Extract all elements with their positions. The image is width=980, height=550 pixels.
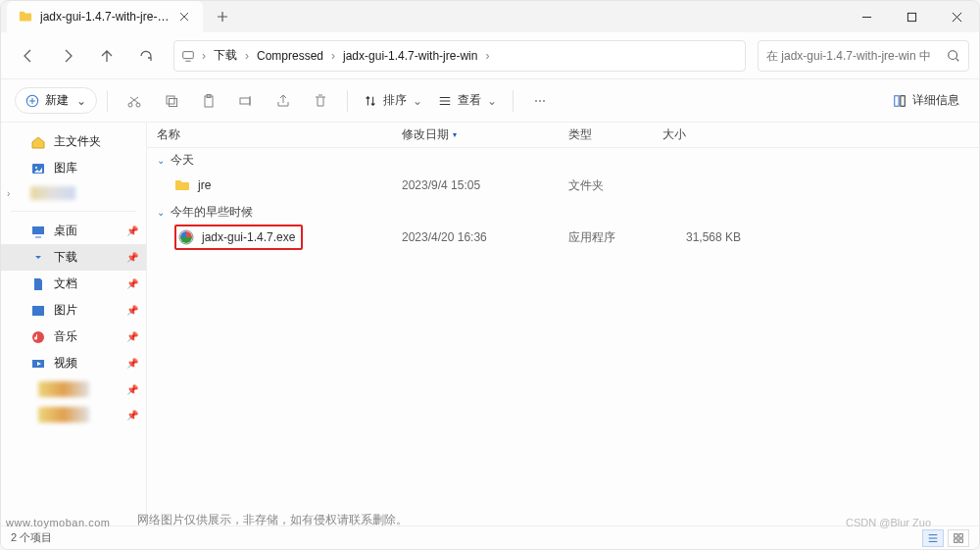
svg-rect-0 (907, 13, 915, 21)
pin-icon: 📌 (126, 384, 138, 395)
sidebar-item-redacted[interactable]: › (1, 181, 146, 205)
item-count: 2 个项目 (11, 530, 52, 545)
column-date[interactable]: 修改日期▾ (392, 126, 559, 143)
highlighted-file: jadx-gui-1.4.7.exe (174, 225, 303, 250)
back-button[interactable] (11, 38, 46, 74)
pin-icon: 📌 (126, 225, 138, 236)
up-button[interactable] (89, 38, 124, 74)
svg-rect-25 (955, 538, 957, 541)
svg-point-17 (35, 167, 37, 169)
pin-icon: 📌 (126, 358, 138, 369)
tab-title: jadx-gui-1.4.7-with-jre-win (40, 10, 170, 24)
more-button[interactable] (523, 84, 557, 118)
folder-icon (174, 177, 190, 193)
svg-point-12 (539, 100, 541, 102)
breadcrumb[interactable]: › 下载 › Compressed › jadx-gui-1.4.7-with-… (173, 40, 746, 72)
sidebar-item-redacted[interactable]: 📌 (1, 402, 146, 427)
breadcrumb-item[interactable]: jadx-gui-1.4.7-with-jre-win (339, 49, 481, 63)
close-window-button[interactable] (934, 1, 979, 32)
pin-icon: 📌 (126, 252, 138, 263)
window-tab[interactable]: jadx-gui-1.4.7-with-jre-win (7, 1, 203, 32)
chevron-down-icon: ⌄ (157, 207, 165, 218)
paste-button[interactable] (192, 84, 225, 118)
chevron-right-icon: › (200, 49, 208, 63)
plus-circle-icon (25, 94, 39, 108)
rename-button[interactable] (229, 84, 263, 118)
column-size[interactable]: 大小 (653, 126, 751, 143)
file-row[interactable]: jadx-gui-1.4.7.exe 2023/4/20 16:36 应用程序 … (147, 223, 979, 252)
svg-rect-24 (959, 533, 962, 536)
documents-icon (30, 276, 46, 292)
group-header-today[interactable]: ⌄ 今天 (147, 148, 979, 171)
refresh-button[interactable] (128, 38, 164, 74)
gallery-icon (30, 161, 46, 176)
window-controls (844, 1, 979, 32)
view-button[interactable]: 查看 ⌄ (432, 88, 503, 113)
svg-rect-18 (32, 226, 44, 234)
chevron-down-icon: ⌄ (76, 94, 86, 108)
sidebar-item-videos[interactable]: 视频 📌 (1, 350, 146, 376)
details-view-toggle[interactable] (922, 529, 944, 547)
close-icon[interactable] (177, 10, 191, 24)
svg-rect-15 (901, 95, 905, 106)
column-type[interactable]: 类型 (559, 126, 653, 143)
sort-button[interactable]: 排序 ⌄ (358, 88, 428, 113)
chevron-down-icon: ⌄ (157, 155, 165, 166)
cut-button[interactable] (118, 84, 151, 118)
column-name[interactable]: 名称 (147, 126, 392, 143)
details-label: 详细信息 (912, 92, 959, 109)
sidebar-item-music[interactable]: 音乐 📌 (1, 324, 146, 350)
pin-icon: 📌 (126, 331, 138, 342)
group-header-earlier[interactable]: ⌄ 今年的早些时候 (147, 200, 979, 223)
svg-point-2 (949, 50, 957, 59)
pictures-icon (30, 303, 46, 319)
chevron-right-icon: › (243, 49, 251, 63)
separator (513, 90, 514, 112)
new-button[interactable]: 新建 ⌄ (15, 87, 97, 114)
view-icon (438, 94, 452, 108)
search-input[interactable] (766, 49, 941, 63)
svg-rect-14 (895, 95, 899, 106)
sort-icon (364, 94, 377, 108)
separator (11, 211, 136, 212)
file-pane: 名称 修改日期▾ 类型 大小 ⌄ 今天 jre 2023/9/4 15:05 文… (146, 123, 979, 525)
icons-view-toggle[interactable] (948, 529, 969, 547)
svg-point-5 (136, 103, 140, 107)
chevron-right-icon: › (329, 49, 337, 63)
file-name: jre (198, 178, 211, 192)
blurred-label (30, 186, 75, 200)
maximize-button[interactable] (889, 1, 934, 32)
titlebar: jadx-gui-1.4.7-with-jre-win (1, 1, 979, 32)
sidebar-item-home[interactable]: 主文件夹 (1, 128, 146, 155)
sidebar-item-pictures[interactable]: 图片 📌 (1, 297, 146, 324)
home-icon (30, 134, 46, 150)
details-pane-button[interactable]: 详细信息 (887, 88, 965, 113)
sidebar-item-redacted[interactable]: 📌 (1, 376, 146, 402)
delete-button[interactable] (304, 84, 337, 118)
sidebar-item-documents[interactable]: 文档 📌 (1, 271, 146, 297)
share-button[interactable] (267, 84, 300, 118)
sidebar-item-desktop[interactable]: 桌面 📌 (1, 218, 146, 244)
new-tab-button[interactable] (209, 3, 236, 30)
svg-rect-19 (32, 306, 44, 316)
svg-point-13 (543, 100, 545, 102)
sidebar-item-gallery[interactable]: 图库 (1, 155, 146, 181)
search-icon (947, 49, 960, 63)
downloads-icon (30, 250, 46, 266)
blurred-label (38, 381, 89, 397)
breadcrumb-item[interactable]: 下载 (210, 47, 241, 64)
file-row[interactable]: jre 2023/9/4 15:05 文件夹 (147, 171, 979, 200)
minimize-button[interactable] (844, 1, 889, 32)
sidebar-item-downloads[interactable]: 下载 📌 (1, 244, 146, 271)
svg-rect-10 (240, 98, 250, 104)
breadcrumb-item[interactable]: Compressed (253, 49, 327, 63)
sort-label: 排序 (383, 92, 407, 109)
search-box[interactable] (758, 40, 969, 72)
blurred-label (38, 407, 89, 423)
forward-button[interactable] (50, 38, 85, 74)
group-label: 今年的早些时候 (171, 204, 253, 221)
column-headers: 名称 修改日期▾ 类型 大小 (147, 123, 979, 148)
svg-rect-26 (959, 538, 962, 541)
copy-button[interactable] (155, 84, 188, 118)
details-icon (893, 94, 906, 108)
